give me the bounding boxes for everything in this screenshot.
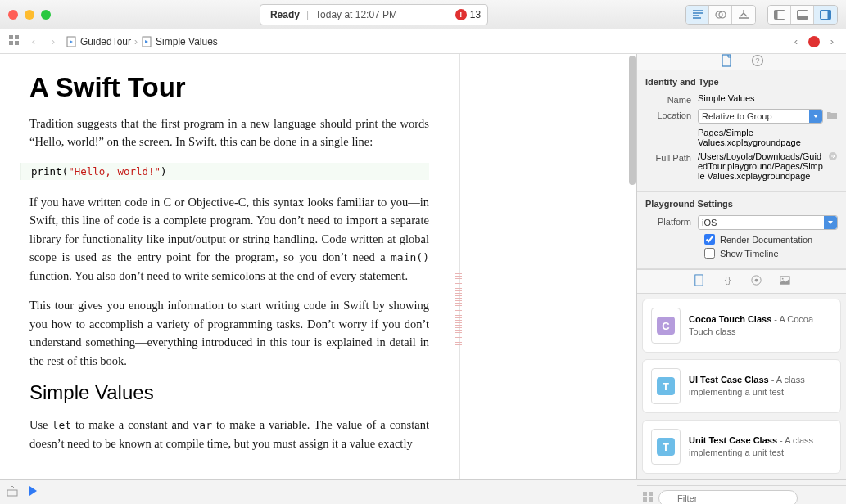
paragraph-2: If you have written code in C or Objecti… bbox=[29, 193, 429, 285]
inspector-panel: ? Identity and Type Name Simple Values L… bbox=[636, 54, 846, 479]
code-block[interactable]: print("Hello, world!") bbox=[20, 163, 429, 180]
svg-rect-8 bbox=[9, 35, 13, 39]
forward-button[interactable]: › bbox=[46, 35, 61, 47]
file-inspector-tab[interactable] bbox=[720, 54, 733, 70]
editor-pane: A Swift Tour Tradition suggests that the… bbox=[0, 54, 636, 479]
minimize-window-button[interactable] bbox=[25, 10, 34, 20]
show-timeline-checkbox[interactable]: Show Timeline bbox=[704, 248, 838, 259]
render-documentation-checkbox[interactable]: Render Documentation bbox=[704, 234, 838, 245]
breadcrumb[interactable]: GuidedTour › Simple Values bbox=[66, 36, 218, 47]
svg-rect-25 bbox=[649, 492, 653, 496]
toggle-debug-area-button[interactable] bbox=[7, 485, 18, 499]
toggle-navigator-button[interactable] bbox=[768, 6, 791, 24]
panel-toggle-group bbox=[767, 5, 838, 25]
template-icon: C bbox=[651, 308, 681, 344]
filter-input[interactable] bbox=[658, 490, 798, 505]
playground-settings-section: Playground Settings Platform iOS Render … bbox=[637, 192, 846, 269]
prev-issue-button[interactable]: ‹ bbox=[789, 35, 803, 47]
svg-text:?: ? bbox=[755, 56, 759, 65]
library-item[interactable]: T UI Test Case Class - A class implement… bbox=[642, 359, 841, 413]
activity-status: Ready | Today at 12:07 PM ! 13 bbox=[260, 4, 488, 25]
grid-view-button[interactable] bbox=[642, 491, 654, 504]
version-editor-button[interactable] bbox=[732, 6, 755, 24]
full-path-value: /Users/Loyola/Downloads/GuidedTour.playg… bbox=[698, 151, 825, 181]
library-item[interactable]: C Cocoa Touch Class - A Cocoa Touch clas… bbox=[642, 299, 841, 353]
location-path: Pages/Simple Values.xcplaygroundpage bbox=[698, 128, 838, 147]
object-tab[interactable] bbox=[750, 274, 762, 289]
page-icon bbox=[141, 36, 152, 47]
svg-rect-10 bbox=[9, 41, 13, 45]
svg-rect-7 bbox=[828, 10, 831, 19]
svg-rect-3 bbox=[774, 10, 777, 19]
quick-help-tab[interactable]: ? bbox=[751, 54, 764, 70]
svg-text:{}: {} bbox=[724, 275, 731, 285]
close-window-button[interactable] bbox=[8, 10, 18, 20]
library-footer bbox=[637, 485, 846, 504]
window-controls bbox=[8, 10, 51, 20]
scrollbar[interactable] bbox=[629, 56, 636, 185]
code-snippet-tab[interactable]: {} bbox=[722, 274, 734, 289]
playground-icon bbox=[66, 36, 77, 47]
assistant-editor-button[interactable] bbox=[709, 6, 732, 24]
library-tabs: {} bbox=[637, 269, 846, 294]
svg-rect-11 bbox=[15, 41, 19, 45]
name-value: Simple Values bbox=[698, 93, 838, 103]
issue-count[interactable]: ! 13 bbox=[455, 9, 481, 20]
related-items-button[interactable] bbox=[7, 34, 21, 48]
svg-rect-9 bbox=[15, 35, 19, 39]
back-button[interactable]: ‹ bbox=[26, 35, 41, 47]
platform-select[interactable]: iOS bbox=[698, 215, 838, 230]
file-template-tab[interactable] bbox=[693, 274, 705, 289]
page-title: A Swift Tour bbox=[29, 72, 429, 103]
results-gutter bbox=[459, 54, 636, 479]
zoom-window-button[interactable] bbox=[41, 10, 51, 20]
standard-editor-button[interactable] bbox=[686, 6, 709, 24]
error-icon: ! bbox=[455, 9, 467, 20]
reveal-arrow-icon[interactable] bbox=[828, 151, 838, 163]
svg-point-23 bbox=[781, 278, 783, 280]
section-heading: Simple Values bbox=[29, 381, 429, 404]
intro-paragraph: Tradition suggests that the first progra… bbox=[29, 115, 429, 151]
paragraph-3: This tour gives you enough information t… bbox=[29, 296, 429, 370]
toggle-debug-button[interactable] bbox=[791, 6, 814, 24]
svg-rect-27 bbox=[649, 497, 653, 502]
editor-mode-group bbox=[685, 5, 756, 25]
svg-rect-26 bbox=[643, 497, 647, 502]
error-indicator-icon[interactable] bbox=[808, 36, 820, 47]
svg-rect-5 bbox=[797, 16, 808, 20]
template-icon: T bbox=[651, 368, 681, 404]
svg-rect-29 bbox=[7, 490, 17, 496]
library-item[interactable]: T Unit Test Case Class - A class impleme… bbox=[642, 420, 841, 474]
svg-point-21 bbox=[754, 279, 758, 282]
svg-rect-18 bbox=[694, 275, 702, 286]
svg-rect-14 bbox=[722, 55, 731, 66]
media-tab[interactable] bbox=[779, 274, 791, 289]
location-select[interactable]: Relative to Group bbox=[698, 109, 823, 124]
svg-rect-24 bbox=[643, 492, 647, 496]
run-button[interactable] bbox=[26, 484, 39, 500]
jump-bar: ‹ › GuidedTour › Simple Values ‹ › bbox=[0, 29, 846, 54]
status-label: Ready bbox=[270, 9, 300, 20]
status-time: Today at 12:07 PM bbox=[315, 9, 397, 20]
identity-section: Identity and Type Name Simple Values Loc… bbox=[637, 70, 846, 192]
paragraph-4: Use let to make a constant and var to ma… bbox=[29, 416, 429, 452]
folder-icon[interactable] bbox=[826, 109, 838, 122]
library-list: C Cocoa Touch Class - A Cocoa Touch clas… bbox=[637, 294, 846, 485]
next-issue-button[interactable]: › bbox=[825, 35, 839, 47]
template-icon: T bbox=[651, 429, 681, 465]
toggle-utilities-button[interactable] bbox=[814, 6, 837, 24]
inspector-tabs: ? bbox=[637, 54, 846, 70]
toolbar: Ready | Today at 12:07 PM ! 13 bbox=[0, 0, 846, 29]
